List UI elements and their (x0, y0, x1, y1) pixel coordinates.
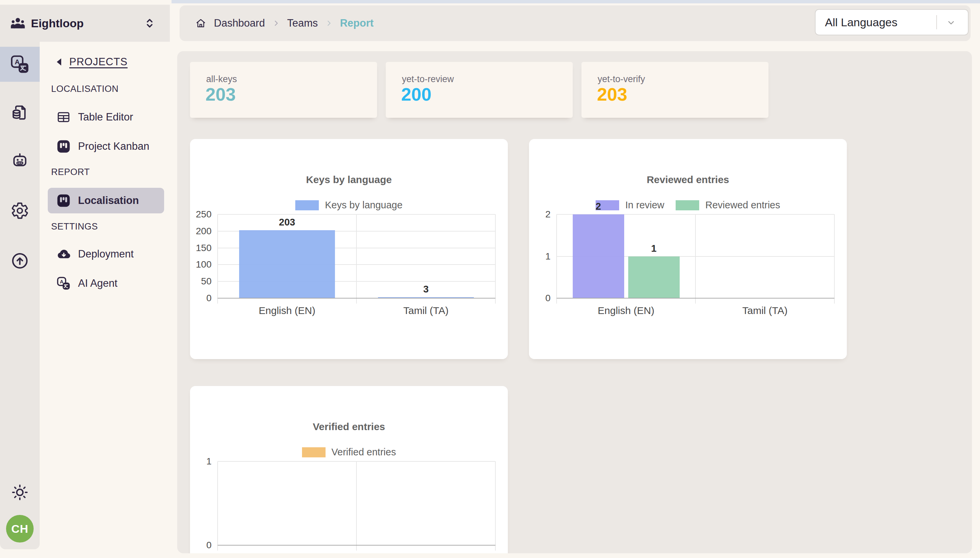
select-divider (936, 15, 937, 29)
y-tick-label: 2 (529, 209, 551, 220)
rail-item-settings[interactable] (0, 193, 40, 228)
y-tick-label: 200 (190, 226, 211, 236)
sidebar-item-project-kanban[interactable]: Project Kanban (57, 137, 163, 156)
x-category-label: English (EN) (218, 305, 357, 316)
y-tick-label: 0 (190, 293, 211, 304)
y-tick-label: 0 (190, 540, 211, 551)
gridline-vertical (834, 214, 835, 304)
chevron-right-icon (325, 20, 333, 27)
svg-text:A: A (60, 279, 64, 284)
chart-title: Reviewed entries (529, 174, 847, 185)
sidebar-item-label: Deployment (78, 248, 134, 260)
legend-entry: Keys by language (295, 200, 402, 211)
rail-item-publish[interactable] (0, 243, 40, 278)
sun-icon (11, 483, 29, 501)
sidebar-item-label: Table Editor (78, 111, 133, 123)
gridline-vertical (217, 461, 218, 551)
chart-title: Keys by language (190, 174, 508, 185)
icon-rail: A (0, 42, 40, 549)
stat-card-yet-to-review: yet-to-review 200 (386, 62, 573, 118)
chart-plot (218, 461, 496, 545)
robot-icon (11, 152, 29, 170)
bar-value-label: 3 (378, 284, 474, 295)
sidebar-item-label: AI Agent (78, 277, 117, 289)
database-document-icon (11, 104, 29, 121)
legend-entry: Reviewed entries (676, 200, 780, 211)
legend-swatch (295, 200, 319, 210)
sidebar-menu: PROJECTS LOCALISATION Table Editor Proje… (40, 42, 170, 549)
gridline-vertical (556, 214, 557, 304)
user-avatar[interactable]: CH (6, 515, 34, 543)
legend-label: Reviewed entries (705, 200, 780, 211)
x-category-label: Tamil (TA) (357, 552, 496, 553)
header-bar: Dashboard Teams Report All Languages (180, 5, 970, 41)
gridline-horizontal (556, 298, 834, 299)
chart-plot: 2033 (218, 214, 496, 298)
language-select-value: All Languages (825, 10, 898, 34)
bar-English (EN)-Reviewed entries[interactable] (628, 256, 680, 299)
content-panel: all-keys 203 yet-to-review 200 yet-to-ve… (177, 51, 972, 553)
stat-label: all-keys (206, 74, 237, 84)
chart-legend: Keys by language (190, 200, 508, 211)
sidebar-item-label: Localisation (78, 195, 139, 207)
home-icon[interactable] (195, 18, 206, 29)
gridline-vertical (695, 214, 696, 304)
stat-card-all-keys: all-keys 203 (190, 62, 377, 118)
kanban-icon (57, 194, 70, 208)
chart-reviewed-entries: Reviewed entriesIn reviewReviewed entrie… (529, 139, 847, 359)
bar-value-label: 2 (573, 201, 624, 212)
gridline-vertical (356, 461, 357, 551)
sidebar-item-table-editor[interactable]: Table Editor (57, 108, 163, 126)
legend-label: Keys by language (325, 200, 402, 211)
sidebar-item-localisation-active[interactable]: Localisation (48, 188, 164, 213)
table-icon (57, 110, 70, 124)
breadcrumb: Dashboard Teams Report (195, 5, 374, 41)
bar-English (EN)-Keys by language[interactable] (239, 230, 335, 298)
legend-swatch (676, 200, 699, 210)
legend-entry: Verified entries (302, 446, 396, 458)
chart-legend: Verified entries (190, 446, 508, 458)
gridline-vertical (495, 214, 496, 304)
stat-value: 203 (206, 84, 236, 104)
stat-card-yet-to-verify: yet-to-verify 203 (581, 62, 769, 118)
people-group-icon (10, 15, 26, 31)
gridline-horizontal (218, 214, 496, 215)
section-settings: SETTINGS (51, 220, 98, 233)
y-tick-label: 0 (529, 293, 551, 304)
gridline-horizontal (218, 461, 496, 462)
bar-value-label: 203 (239, 217, 335, 228)
language-select[interactable]: All Languages (815, 9, 969, 35)
sidebar-item-deployment[interactable]: Deployment (57, 245, 163, 264)
stat-value: 200 (401, 84, 432, 104)
section-report: REPORT (51, 165, 90, 179)
breadcrumb-teams[interactable]: Teams (287, 17, 318, 29)
x-category-label: Tamil (TA) (695, 305, 834, 316)
chart-keys-by-language: Keys by languageKeys by language20330501… (190, 139, 508, 359)
sidebar-item-ai-agent[interactable]: A AI Agent (57, 274, 163, 293)
gridline-horizontal (218, 545, 496, 546)
legend-label: In review (625, 200, 664, 211)
workspace-header[interactable]: Eightloop (0, 5, 170, 42)
window-top-accent (172, 0, 980, 3)
breadcrumb-dashboard[interactable]: Dashboard (214, 17, 265, 29)
gridline-vertical (495, 461, 496, 551)
y-tick-label: 100 (190, 259, 211, 270)
y-tick-label: 1 (529, 251, 551, 262)
chevron-up-down-icon[interactable] (143, 16, 156, 30)
translate-icon: A (10, 54, 29, 74)
sidebar-item-label: Project Kanban (78, 140, 149, 153)
theme-toggle[interactable] (0, 475, 40, 510)
x-category-label: English (EN) (218, 552, 357, 553)
y-tick-label: 150 (190, 243, 211, 253)
rail-item-ai-assistant[interactable] (0, 143, 40, 178)
y-tick-label: 250 (190, 209, 211, 220)
rail-item-localisation[interactable]: A (0, 47, 40, 82)
bar-English (EN)-In review[interactable] (573, 214, 624, 298)
chevron-down-icon (946, 18, 956, 27)
back-to-projects[interactable]: PROJECTS (54, 54, 128, 70)
stat-label: yet-to-verify (598, 74, 645, 84)
chart-plot: 21 (556, 214, 834, 298)
rail-item-data-files[interactable] (0, 95, 40, 130)
workspace-name: Eightloop (31, 17, 84, 30)
gridline-vertical (356, 214, 357, 304)
